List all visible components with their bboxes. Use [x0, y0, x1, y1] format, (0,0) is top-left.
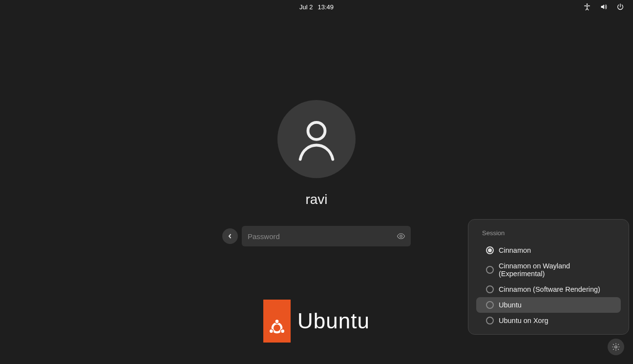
svg-point-4	[275, 320, 279, 324]
radio-icon	[486, 246, 494, 254]
volume-icon[interactable]	[600, 3, 608, 11]
back-button[interactable]	[222, 228, 238, 244]
ubuntu-branding: Ubuntu	[263, 300, 370, 343]
session-option[interactable]: Cinnamon (Software Rendering)	[476, 282, 621, 297]
system-tray	[583, 0, 624, 14]
svg-point-3	[273, 324, 281, 332]
session-option-label: Cinnamon (Software Rendering)	[499, 285, 600, 293]
date-label: Jul 2	[299, 3, 313, 11]
time-label: 13:49	[317, 3, 334, 11]
ubuntu-logo-icon	[263, 300, 291, 343]
password-row	[222, 226, 411, 246]
svg-point-0	[587, 3, 588, 5]
accessibility-icon[interactable]	[583, 3, 591, 11]
username-label: ravi	[305, 192, 327, 207]
svg-point-2	[400, 235, 402, 238]
radio-icon	[486, 317, 494, 324]
login-area: ravi	[222, 100, 411, 246]
top-bar: Jul 2 13:49	[0, 0, 633, 14]
password-field-wrapper	[242, 226, 411, 246]
session-menu-title: Session	[472, 229, 625, 243]
password-input[interactable]	[242, 226, 391, 246]
ubuntu-wordmark: Ubuntu	[297, 309, 370, 333]
power-icon[interactable]	[616, 3, 624, 11]
radio-icon	[486, 285, 494, 293]
user-avatar	[277, 100, 356, 178]
session-option-label: Ubuntu	[499, 301, 522, 309]
radio-icon	[486, 301, 494, 309]
session-option[interactable]: Cinnamon	[476, 243, 621, 258]
svg-point-6	[281, 329, 285, 333]
svg-point-1	[308, 122, 325, 140]
session-option[interactable]: Ubuntu	[476, 297, 621, 313]
show-password-icon[interactable]	[391, 232, 411, 241]
session-option-label: Cinnamon on Wayland (Experimental)	[499, 262, 611, 278]
radio-icon	[486, 266, 494, 274]
session-option-label: Ubuntu on Xorg	[499, 317, 549, 324]
session-selector-button[interactable]	[608, 339, 624, 355]
svg-point-7	[615, 346, 617, 348]
datetime[interactable]: Jul 2 13:49	[299, 3, 334, 11]
session-option[interactable]: Ubuntu on Xorg	[476, 313, 621, 328]
session-option-label: Cinnamon	[499, 246, 531, 254]
svg-point-5	[269, 329, 273, 333]
session-option[interactable]: Cinnamon on Wayland (Experimental)	[476, 258, 621, 282]
session-menu: Session CinnamonCinnamon on Wayland (Exp…	[468, 219, 629, 335]
